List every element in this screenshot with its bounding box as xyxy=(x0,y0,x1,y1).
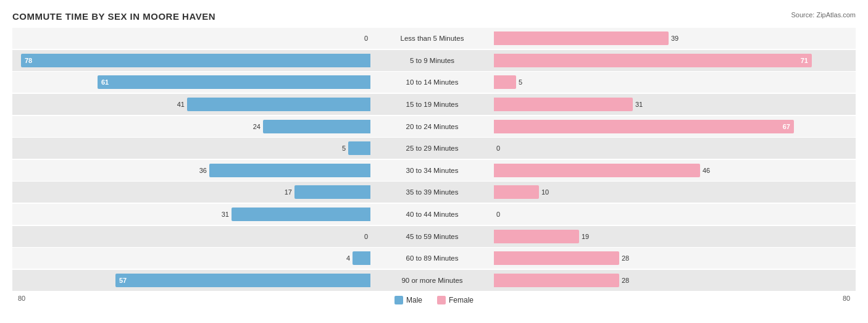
row-label: 35 to 39 Minutes xyxy=(370,188,494,196)
bar-female: 67 xyxy=(494,120,794,133)
chart-row: 0Less than 5 Minutes39 xyxy=(12,28,856,49)
val-female: 46 xyxy=(703,167,710,174)
right-section: 28 xyxy=(494,248,852,269)
right-section: 71 xyxy=(494,50,852,71)
chart-container: COMMUTE TIME BY SEX IN MOORE HAVEN Sourc… xyxy=(0,0,868,323)
row-label: 45 to 59 Minutes xyxy=(370,233,494,240)
row-label: 30 to 34 Minutes xyxy=(370,167,494,174)
right-section: 67 xyxy=(494,116,852,137)
bar-female xyxy=(494,31,669,45)
chart-row: 3630 to 34 Minutes46 xyxy=(12,160,856,181)
val-female-zero: 0 xyxy=(496,145,500,152)
bar-male xyxy=(232,208,370,221)
legend-male-label: Male xyxy=(406,296,422,304)
bar-female xyxy=(494,98,633,111)
chart-row: 045 to 59 Minutes19 xyxy=(12,226,856,247)
bar-male xyxy=(209,164,370,177)
val-female: 5 xyxy=(519,78,522,86)
bottom-row: 80 Male Female 80 xyxy=(12,292,856,304)
left-section: 24 xyxy=(12,116,370,137)
right-section: 28 xyxy=(494,270,852,291)
val-male: 24 xyxy=(253,123,261,130)
chart-title: COMMUTE TIME BY SEX IN MOORE HAVEN xyxy=(12,11,215,22)
bar-female xyxy=(494,164,700,177)
val-male: 41 xyxy=(177,101,185,108)
bar-female xyxy=(494,75,516,89)
bar-female: 71 xyxy=(494,54,812,67)
left-section: 17 xyxy=(12,182,370,203)
right-section: 19 xyxy=(494,226,852,247)
bar-male: 57 xyxy=(115,274,370,287)
axis-right: 80 xyxy=(837,295,856,302)
chart-area: 0Less than 5 Minutes39785 to 9 Minutes71… xyxy=(12,28,856,291)
right-section: 31 xyxy=(494,94,852,115)
left-section: 4 xyxy=(12,248,370,269)
right-section: 39 xyxy=(494,28,852,49)
bar-female xyxy=(494,274,619,287)
bar-male xyxy=(353,251,370,265)
row-label: 90 or more Minutes xyxy=(370,277,494,284)
chart-row: 6110 to 14 Minutes5 xyxy=(12,72,856,93)
row-label: 25 to 29 Minutes xyxy=(370,145,494,152)
right-section: 5 xyxy=(494,72,852,93)
right-section: 46 xyxy=(494,160,852,181)
chart-row: 3140 to 44 Minutes0 xyxy=(12,204,856,225)
val-male: 36 xyxy=(199,167,207,174)
bar-male xyxy=(348,141,370,155)
bar-male: 61 xyxy=(98,75,370,89)
val-male: 17 xyxy=(285,188,292,196)
val-female-zero: 0 xyxy=(496,211,500,218)
legend-female: Female xyxy=(437,296,474,304)
row-label: 10 to 14 Minutes xyxy=(370,78,494,86)
bar-male: 78 xyxy=(21,54,370,67)
legend-female-label: Female xyxy=(449,296,474,304)
left-section: 31 xyxy=(12,204,370,225)
right-section: 0 xyxy=(494,138,852,159)
axis-left: 80 xyxy=(12,295,31,302)
val-female: 39 xyxy=(671,35,678,42)
legend-male-box xyxy=(394,296,403,304)
bar-female xyxy=(494,185,539,199)
chart-row: 785 to 9 Minutes71 xyxy=(12,50,856,71)
val-female: 28 xyxy=(622,254,629,262)
chart-row: 4115 to 19 Minutes31 xyxy=(12,94,856,115)
chart-row: 1735 to 39 Minutes10 xyxy=(12,182,856,203)
bar-female xyxy=(494,251,619,265)
chart-row: 525 to 29 Minutes0 xyxy=(12,138,856,159)
row-label: Less than 5 Minutes xyxy=(370,35,494,42)
right-section: 0 xyxy=(494,204,852,225)
left-section: 41 xyxy=(12,94,370,115)
source-label: Source: ZipAtlas.com xyxy=(791,11,856,19)
val-male-zero: 0 xyxy=(364,35,368,42)
chart-row: 460 to 89 Minutes28 xyxy=(12,248,856,269)
left-section: 57 xyxy=(12,270,370,291)
left-section: 78 xyxy=(12,50,370,71)
row-label: 20 to 24 Minutes xyxy=(370,123,494,130)
chart-row: 2420 to 24 Minutes67 xyxy=(12,116,856,137)
row-label: 40 to 44 Minutes xyxy=(370,211,494,218)
val-female: 31 xyxy=(635,101,643,108)
row-label: 5 to 9 Minutes xyxy=(370,57,494,64)
chart-row: 5790 or more Minutes28 xyxy=(12,270,856,291)
left-section: 36 xyxy=(12,160,370,181)
val-male: 4 xyxy=(346,254,350,262)
legend-male: Male xyxy=(394,296,422,304)
bar-male xyxy=(263,120,370,133)
title-row: COMMUTE TIME BY SEX IN MOORE HAVEN Sourc… xyxy=(12,11,856,22)
val-female: 19 xyxy=(582,233,589,240)
bar-male xyxy=(294,185,370,199)
row-label: 15 to 19 Minutes xyxy=(370,101,494,108)
val-male: 5 xyxy=(342,145,346,152)
val-male-zero: 0 xyxy=(364,233,368,240)
right-section: 10 xyxy=(494,182,852,203)
bar-male xyxy=(187,98,370,111)
legend-female-box xyxy=(437,296,446,304)
val-female: 10 xyxy=(541,188,549,196)
bar-female xyxy=(494,230,579,243)
left-section: 0 xyxy=(12,28,370,49)
left-section: 0 xyxy=(12,226,370,247)
val-female: 28 xyxy=(622,277,629,284)
left-section: 61 xyxy=(12,72,370,93)
left-section: 5 xyxy=(12,138,370,159)
row-label: 60 to 89 Minutes xyxy=(370,254,494,262)
